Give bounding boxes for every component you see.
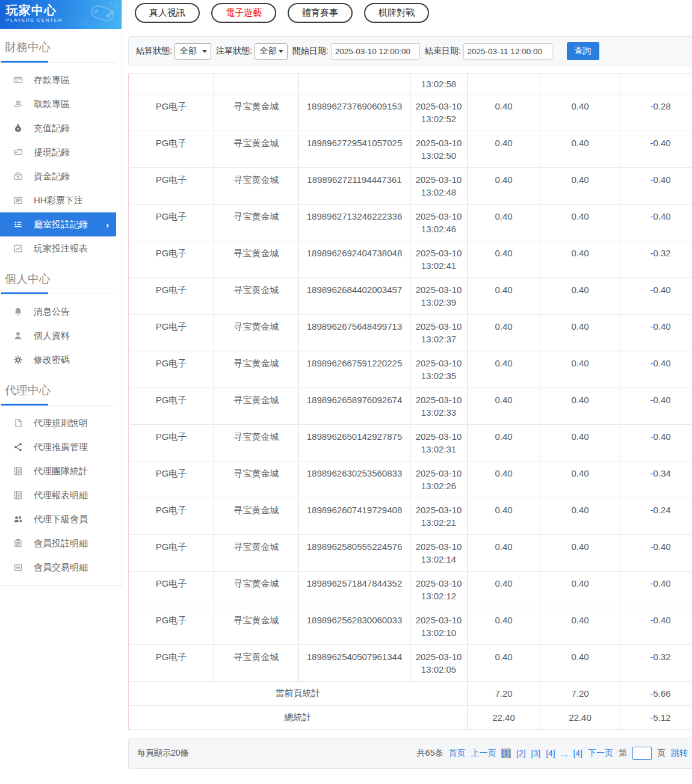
table-cell: -0.40 — [620, 425, 692, 461]
category-tabs: 真人視訊電子遊藝體育賽事棋牌對戰 — [128, 0, 692, 23]
agent-promotion-icon — [13, 442, 23, 452]
table-cell: 寻宝黄金城 — [214, 131, 299, 168]
settle-status-select[interactable]: 全部 — [175, 43, 211, 60]
table-cell: 2025-03-1013:02:50 — [410, 131, 468, 168]
table-cell: 1898962729541057025 — [299, 131, 410, 168]
table-cell: 寻宝黄金城 — [214, 461, 299, 498]
table-cell: PG电子 — [129, 572, 214, 608]
table-cell: -0.24 — [620, 498, 692, 535]
tab-category[interactable]: 體育賽事 — [288, 3, 353, 23]
sidebar-item[interactable]: 代理下級會員 — [0, 507, 116, 531]
table-cell: 0.40 — [540, 168, 620, 205]
tab-category[interactable]: 真人視訊 — [135, 3, 200, 23]
table-cell: 寻宝黄金城 — [214, 388, 299, 425]
table-cell: 寻宝黄金城 — [214, 498, 299, 535]
recharge-record-icon — [13, 123, 23, 133]
first-page-link[interactable]: 首页 — [448, 748, 465, 759]
sidebar-item[interactable]: 消息公告 — [0, 300, 116, 324]
end-date-input[interactable] — [463, 43, 552, 60]
sidebar-item[interactable]: 修改密碼 — [0, 348, 116, 372]
page-link[interactable]: [4] — [573, 749, 582, 758]
table-cell: -5.66 — [620, 682, 692, 706]
table-cell: -0.32 — [620, 241, 692, 278]
page-link-current[interactable]: [1] — [501, 749, 511, 758]
sidebar-item-label: 代理團隊統計 — [34, 466, 88, 477]
sidebar-item[interactable]: 個人資料 — [0, 324, 116, 348]
next-page-link[interactable]: 下一页 — [588, 748, 613, 759]
table-cell: 2025-03-1013:02:33 — [410, 388, 468, 425]
sidebar-item[interactable]: 代理推廣管理 — [0, 435, 116, 459]
sidebar-section-title: 個人中心 — [0, 268, 122, 292]
table-cell — [540, 74, 620, 94]
withdraw-icon — [13, 99, 23, 109]
query-button[interactable]: 查詢 — [567, 42, 599, 60]
prev-page-link[interactable]: 上一页 — [471, 748, 496, 759]
page-summary-row: 當前頁統計7.207.20-5.66 — [129, 682, 692, 706]
sidebar-item[interactable]: 取款專區 — [0, 92, 116, 116]
order-status-label: 注單狀態: — [216, 46, 252, 57]
table-cell: 寻宝黄金城 — [214, 94, 299, 131]
table-cell: 0.40 — [468, 278, 540, 315]
table-row: PG电子寻宝黄金城18989625718478443522025-03-1013… — [129, 572, 692, 608]
sidebar-item-label: 消息公告 — [34, 306, 70, 318]
table-cell: 0.40 — [468, 131, 540, 168]
sidebar-item-label: 代理下級會員 — [34, 514, 88, 525]
sidebar-item[interactable]: 存款專區 — [0, 68, 116, 92]
table-cell: 0.40 — [540, 205, 620, 241]
table-cell: 0.40 — [540, 388, 620, 425]
sidebar-item[interactable]: 充值記錄 — [0, 116, 116, 140]
sidebar-item[interactable]: 提現記錄 — [0, 140, 116, 164]
table-cell: 0.40 — [468, 608, 540, 645]
tab-active[interactable]: 電子遊藝 — [211, 3, 276, 23]
table-cell: 22.40 — [540, 706, 620, 730]
table-cell: 0.40 — [468, 572, 540, 608]
table-cell: 0.40 — [468, 461, 540, 498]
agent-team-stats-icon — [13, 466, 23, 476]
table-row: PG电子寻宝黄金城18989625805552245762025-03-1013… — [129, 535, 692, 572]
table-cell — [299, 74, 410, 94]
table-cell: 2025-03-1013:02:05 — [410, 645, 468, 682]
page-link[interactable]: [4] — [546, 749, 555, 758]
sidebar-item[interactable]: 玩家投注報表 — [0, 236, 116, 261]
start-date-input[interactable] — [331, 43, 420, 60]
table-cell: 2025-03-1013:02:21 — [410, 498, 468, 535]
summary-label: 總統計 — [129, 706, 468, 730]
page-link[interactable]: [2] — [516, 749, 526, 758]
table-cell — [129, 74, 214, 94]
table-cell: 0.40 — [540, 645, 620, 682]
table-cell: 0.40 — [468, 498, 540, 535]
per-page-text: 每頁顯示20條 — [137, 748, 189, 759]
jump-page-input[interactable] — [632, 747, 652, 760]
page-link[interactable]: [3] — [531, 749, 541, 758]
table-row: PG电子寻宝黄金城18989627376906091532025-03-1013… — [129, 94, 692, 131]
table-cell: -0.34 — [620, 461, 692, 498]
sidebar-item[interactable]: 廳室投註記錄› — [0, 212, 116, 236]
sidebar-item[interactable]: 代理報表明細 — [0, 483, 116, 507]
jump-button[interactable]: 跳转 — [671, 748, 688, 759]
sidebar-item[interactable]: HH彩票下注 — [0, 188, 116, 212]
table-cell: 0.40 — [540, 608, 620, 645]
sidebar-item[interactable]: 代理團隊統計 — [0, 459, 116, 483]
table-cell: 1898962580555224576 — [299, 535, 410, 572]
table-row: PG电子寻宝黄金城18989625405079613442025-03-1013… — [129, 645, 692, 682]
table-cell: -0.28 — [620, 94, 692, 131]
table-cell: 0.40 — [468, 241, 540, 278]
filter-bar: 結算狀態: 全部 注單狀態: 全部 開始日期: 結束日期: 查詢 — [128, 36, 692, 66]
order-status-select[interactable]: 全部 — [255, 43, 288, 60]
sidebar-item[interactable]: 代理規則說明 — [0, 411, 116, 435]
table-cell: 0.40 — [540, 278, 620, 315]
sidebar-item[interactable]: 資金記錄 — [0, 164, 116, 188]
table-row: PG电子寻宝黄金城18989626924047380482025-03-1013… — [129, 241, 692, 278]
member-bet-detail-icon — [13, 539, 23, 548]
table-cell: 0.40 — [540, 351, 620, 388]
sidebar-item[interactable]: 會員投註明細 — [0, 531, 116, 555]
table-row: PG电子寻宝黄金城18989626074197294082025-03-1013… — [129, 498, 692, 535]
table-row: PG电子寻宝黄金城18989626589760926742025-03-1013… — [129, 388, 692, 425]
tab-category[interactable]: 棋牌對戰 — [364, 3, 429, 23]
table-cell: -0.40 — [620, 351, 692, 388]
table-cell: -0.32 — [620, 645, 692, 682]
sidebar-item[interactable]: 會員交易明細 — [0, 555, 116, 579]
settle-status-value: 全部 — [180, 46, 197, 57]
summary-label: 當前頁統計 — [129, 682, 468, 706]
table-cell: 0.40 — [468, 168, 540, 205]
